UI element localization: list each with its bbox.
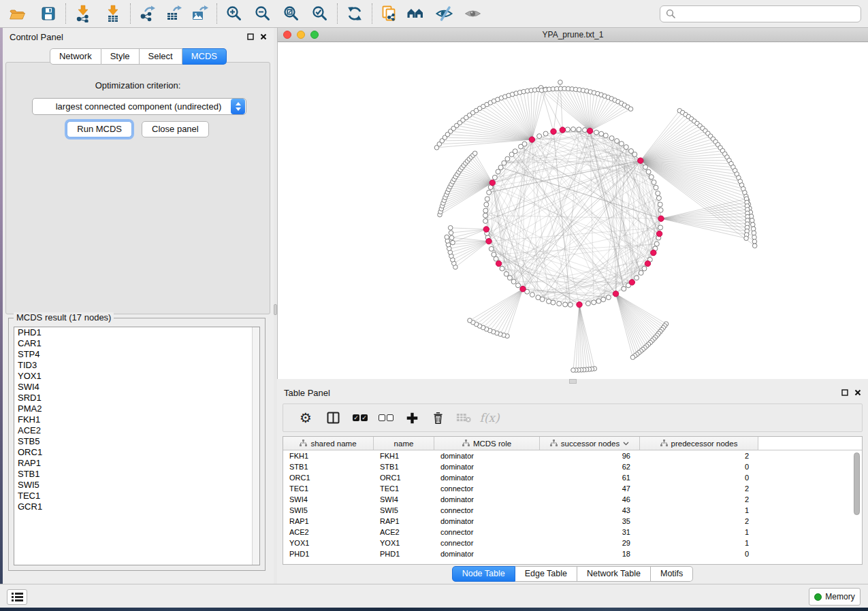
mcds-node[interactable]: PMA2 [14,403,259,414]
close-panel-button[interactable]: Close panel [142,121,209,137]
mcds-node[interactable]: FKH1 [14,414,259,425]
clone-network-button[interactable] [379,3,400,24]
control-panel-tabs: NetworkStyleSelectMCDS [3,48,274,65]
column-header-name[interactable]: name [374,437,434,450]
show-panels-button[interactable] [7,589,27,605]
mcds-node[interactable]: STB5 [14,436,259,447]
export-image-button[interactable] [189,3,210,24]
search-box[interactable] [660,5,861,22]
zoom-in-button[interactable] [224,3,244,24]
tab-network[interactable]: Network [50,48,101,65]
mcds-node[interactable]: ORC1 [14,447,259,458]
close-panel-icon[interactable] [260,33,267,40]
table-row[interactable]: SWI5SWI5connector431 [283,505,862,516]
close-panel-icon[interactable] [854,389,861,396]
zoom-selected-button[interactable] [310,3,330,24]
mcds-node[interactable]: TEC1 [14,491,259,501]
network-title-bar[interactable]: YPA_prune.txt_1 [278,28,868,42]
table-scrollbar-thumb[interactable] [854,452,860,515]
mcds-node[interactable]: GCR1 [14,501,259,512]
mcds-node[interactable]: SWI5 [14,480,259,491]
column-header-MCDS-role[interactable]: MCDS role [434,437,540,450]
table-row[interactable]: ORC1ORC1dominator610 [283,472,862,483]
table-row[interactable]: FKH1FKH1dominator962 [283,450,862,461]
zoom-fit-icon [283,5,300,22]
column-header-shared-name[interactable]: shared name [283,437,374,450]
tab-motifs[interactable]: Motifs [651,566,693,582]
column-header-successor-nodes[interactable]: successor nodes [540,437,640,450]
tab-network-table[interactable]: Network Table [577,566,651,582]
zoom-out-button[interactable] [253,3,273,24]
list-scrollbar-track[interactable] [252,327,259,565]
mcds-node[interactable]: TID3 [14,360,259,371]
delete-column-button[interactable] [426,406,449,429]
table-settings-button[interactable]: ⚙ [294,406,317,429]
show-columns-button[interactable] [321,406,344,429]
splitter-grip[interactable] [569,379,577,384]
table-scrollbar[interactable] [854,452,861,561]
table-row[interactable]: PHD1PHD1dominator180 [283,548,862,559]
mcds-node[interactable]: STP4 [14,349,259,360]
table-tabs: Node TableEdge TableNetwork TableMotifs [277,566,868,582]
refresh-button[interactable] [344,3,365,24]
cell-mcds_role: connector [434,484,540,493]
run-mcds-button[interactable]: Run MCDS [67,121,132,137]
deselect-all-button[interactable] [374,406,398,429]
network-graph-canvas[interactable] [278,42,867,378]
network-window: YPA_prune.txt_1 [277,28,868,379]
mcds-node[interactable]: YOX1 [14,371,259,382]
delete-table-button[interactable] [452,406,475,429]
mcds-node[interactable]: ACE2 [14,425,259,436]
mcds-node[interactable]: PHD1 [14,327,259,338]
cell-name: ACE2 [374,528,434,536]
function-builder-button[interactable]: f(x) [478,406,501,429]
mcds-node[interactable]: SWI4 [14,382,259,393]
tab-select[interactable]: Select [140,48,182,65]
import-network-button[interactable] [73,3,93,24]
mcds-node[interactable]: STB1 [14,469,259,480]
table-row[interactable]: SWI4SWI4dominator462 [283,494,862,505]
table-row[interactable]: YOX1YOX1connector291 [283,538,862,548]
show-all-button[interactable] [462,3,483,24]
export-network-button[interactable] [138,3,158,24]
mcds-node[interactable]: SRD1 [14,393,259,403]
cell-successor_nodes: 18 [540,550,640,558]
mcds-tab-page: Optimization criterion: largest connecte… [5,62,270,314]
tab-node-table[interactable]: Node Table [452,566,515,582]
mcds-result-items: PHD1CAR1STP4TID3YOX1SWI4SRD1PMA2FKH1ACE2… [14,327,259,512]
search-input[interactable] [679,9,855,18]
open-session-button[interactable] [7,3,27,24]
cell-name: RAP1 [374,517,434,525]
table-row[interactable]: ACE2ACE2connector311 [283,527,862,538]
cell-name: SWI5 [374,506,434,514]
tab-mcds[interactable]: MCDS [182,48,227,65]
mcds-node[interactable]: RAP1 [14,458,259,469]
toolbar-separator [372,3,372,24]
zoom-in-icon [225,5,243,22]
column-header-predecessor-nodes[interactable]: predecessor nodes [640,437,758,450]
zoom-fit-button[interactable] [281,3,302,24]
table-row[interactable]: STB1STB1dominator620 [283,461,862,472]
cell-successor_nodes: 61 [540,474,640,482]
tab-style[interactable]: Style [101,48,140,65]
export-table-button[interactable] [163,3,184,24]
mcds-node[interactable]: CAR1 [14,338,259,349]
mcds-result-list[interactable]: PHD1CAR1STP4TID3YOX1SWI4SRD1PMA2FKH1ACE2… [14,327,260,565]
save-session-button[interactable] [38,3,59,24]
select-all-button[interactable]: ✓✓ [349,406,372,429]
memory-label: Memory [825,592,854,601]
tab-edge-table[interactable]: Edge Table [515,566,577,582]
optimization-criterion-select[interactable]: largest connected component (undirected) [32,98,246,115]
horizontal-splitter[interactable] [277,379,868,384]
table-row[interactable]: RAP1RAP1dominator352 [283,516,862,527]
cell-successor_nodes: 62 [540,463,640,471]
memory-button[interactable]: Memory [809,588,861,606]
zoom-out-icon [254,5,272,22]
import-table-button[interactable] [103,3,123,24]
float-window-icon[interactable] [247,33,254,40]
first-neighbors-button[interactable] [405,3,425,24]
add-column-button[interactable] [400,406,423,429]
hide-selected-button[interactable] [434,3,454,24]
float-window-icon[interactable] [841,389,848,396]
table-row[interactable]: TEC1TEC1connector472 [283,483,862,494]
